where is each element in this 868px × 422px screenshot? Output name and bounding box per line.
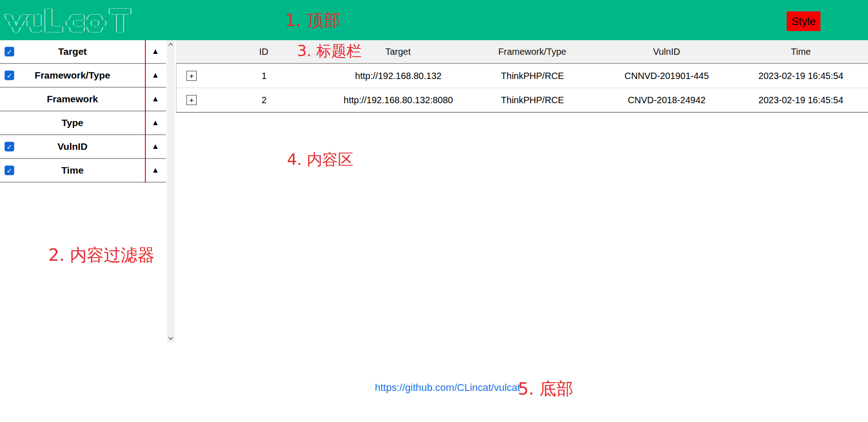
- check-icon: ✓: [6, 166, 12, 174]
- cell-vulnid: CNNVD-201901-445: [600, 71, 734, 81]
- style-button[interactable]: Style: [787, 11, 820, 31]
- sort-up-button[interactable]: ▲: [145, 95, 166, 104]
- check-icon: ✓: [6, 71, 12, 79]
- check-icon: ✓: [6, 47, 12, 56]
- cell-time: 2023-02-19 16:45:54: [734, 95, 868, 106]
- sort-up-icon: ▲: [152, 71, 160, 80]
- vulnid-checkbox[interactable]: ✓: [5, 142, 14, 152]
- filter-label: Framework: [0, 94, 145, 105]
- filter-row-framework-type: ✓ Framework/Type ▲: [0, 64, 166, 88]
- filter-label: Type: [0, 117, 145, 128]
- scroll-up-icon[interactable]: [168, 42, 173, 46]
- filter-panel: ✓ Target ▲ ✓ Framework/Type ▲ ✓ Framewor…: [0, 40, 166, 183]
- results-table: ID Target Framework/Type VulnID Time + 1…: [176, 40, 868, 113]
- time-checkbox[interactable]: ✓: [5, 166, 14, 175]
- annotation-filter: 2. 内容过滤器: [48, 247, 154, 264]
- table-header-row: ID Target Framework/Type VulnID Time: [176, 40, 868, 63]
- vulcat-ascii-logo: _ _____ __ ___ _ | | ___ ___ [_____] \ \…: [4, 2, 133, 32]
- table-body: + 1 http://192.168.80.132 ThinkPHP/RCE C…: [176, 63, 868, 113]
- sort-up-icon: ▲: [152, 118, 160, 127]
- sort-up-button[interactable]: ▲: [145, 166, 166, 175]
- filter-label: VulnID: [0, 141, 145, 152]
- vertical-scrollbar[interactable]: [167, 40, 175, 343]
- sort-up-icon: ▲: [152, 166, 160, 175]
- app-window: _ _____ __ ___ _ | | ___ ___ [_____] \ \…: [0, 0, 868, 422]
- filter-label: Framework/Type: [0, 70, 145, 81]
- sort-up-button[interactable]: ▲: [145, 47, 166, 56]
- github-link[interactable]: https://github.com/CLincat/vulcat: [375, 382, 520, 394]
- cell-id: 1: [197, 71, 331, 81]
- top-bar: _ _____ __ ___ _ | | ___ ___ [_____] \ \…: [0, 0, 868, 40]
- annotation-top: 1. 顶部: [285, 12, 341, 30]
- sort-up-button[interactable]: ▲: [145, 118, 166, 127]
- filter-row-framework: ✓ Framework ▲: [0, 88, 166, 111]
- cell-framework-type: ThinkPHP/RCE: [465, 95, 600, 106]
- expand-row-button[interactable]: +: [186, 71, 197, 81]
- sort-up-button[interactable]: ▲: [145, 71, 166, 80]
- filter-row-type: ✓ Type ▲: [0, 111, 166, 135]
- table-row: + 1 http://192.168.80.132 ThinkPHP/RCE C…: [176, 64, 868, 88]
- sort-up-icon: ▲: [152, 142, 160, 151]
- filter-row-time: ✓ Time ▲: [0, 159, 166, 183]
- filter-label: Target: [0, 46, 145, 57]
- filter-label: Time: [0, 165, 145, 176]
- column-header-vulnid: VulnID: [599, 47, 734, 57]
- filter-row-vulnid: ✓ VulnID ▲: [0, 135, 166, 159]
- column-header-time: Time: [734, 47, 868, 57]
- cell-framework-type: ThinkPHP/RCE: [465, 71, 600, 81]
- cell-vulnid: CNVD-2018-24942: [600, 95, 734, 106]
- column-header-framework-type: Framework/Type: [465, 47, 600, 57]
- framework-type-checkbox[interactable]: ✓: [5, 71, 14, 80]
- sort-up-button[interactable]: ▲: [145, 142, 166, 151]
- filter-row-target: ✓ Target ▲: [0, 40, 166, 64]
- table-row: + 2 http://192.168.80.132:8080 ThinkPHP/…: [176, 88, 868, 112]
- expand-row-button[interactable]: +: [186, 95, 197, 105]
- target-checkbox[interactable]: ✓: [5, 47, 14, 57]
- cell-target: http://192.168.80.132:8080: [331, 95, 466, 106]
- sort-up-icon: ▲: [152, 47, 160, 56]
- check-icon: ✓: [6, 142, 12, 151]
- annotation-content-area: 4. 内容区: [287, 152, 353, 168]
- scroll-down-icon[interactable]: [168, 337, 173, 340]
- annotation-header-bar: 3. 标题栏: [297, 43, 362, 59]
- cell-id: 2: [197, 95, 331, 106]
- annotation-bottom: 5. 底部: [518, 380, 573, 398]
- cell-target: http://192.168.80.132: [331, 71, 466, 81]
- cell-time: 2023-02-19 16:45:54: [734, 71, 868, 81]
- sort-up-icon: ▲: [152, 95, 160, 104]
- filter-red-divider: [145, 40, 146, 183]
